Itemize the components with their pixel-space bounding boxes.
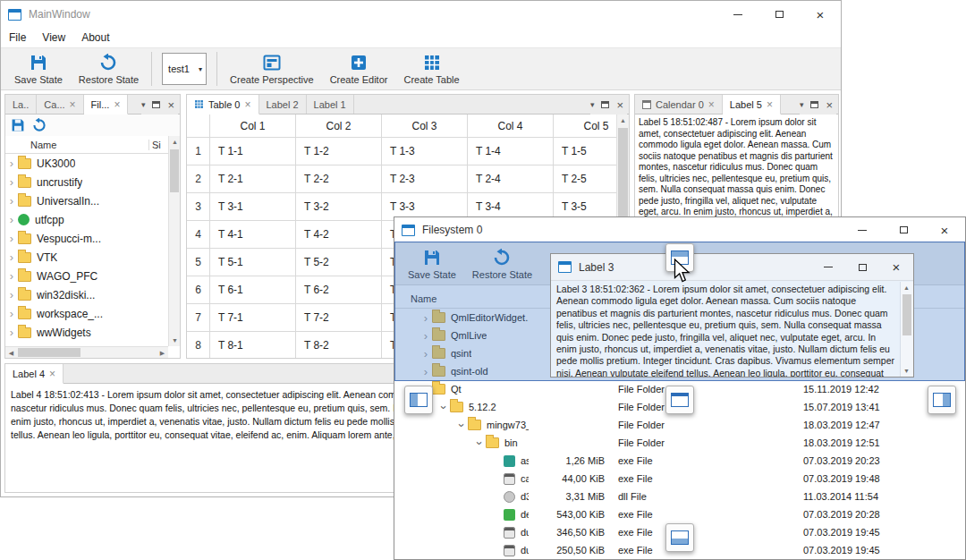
expander-icon[interactable]: › xyxy=(5,195,18,207)
row-header[interactable]: 2 xyxy=(187,165,210,193)
minimize-button[interactable] xyxy=(842,217,883,242)
maximize-button[interactable] xyxy=(758,1,800,28)
expander-icon[interactable]: › xyxy=(438,401,450,413)
scroll-up-icon[interactable]: ▲ xyxy=(617,115,629,126)
expander-icon[interactable]: › xyxy=(5,270,18,282)
minimize-button[interactable] xyxy=(717,1,758,28)
filesystem-titlebar[interactable]: Filesystem 0 × xyxy=(394,217,965,242)
close-dock-icon[interactable]: × xyxy=(826,99,833,111)
close-tab-icon[interactable]: × xyxy=(49,369,55,379)
row-header[interactable]: 4 xyxy=(187,221,210,249)
table-cell[interactable]: T 1-5 xyxy=(554,138,616,165)
tree-item[interactable]: ›win32diski... xyxy=(5,285,168,304)
detach-icon[interactable] xyxy=(601,101,609,108)
filesystem-row[interactable]: ›binFile Folder18.03.2019 12:51 xyxy=(394,434,965,452)
expander-icon[interactable]: › xyxy=(5,327,18,338)
scroll-thumb[interactable] xyxy=(18,348,80,357)
tab-calendar0[interactable]: Calendar 0 × xyxy=(635,95,723,114)
table-column-header[interactable]: Col 2 xyxy=(296,115,382,138)
expander-icon[interactable]: › xyxy=(456,419,468,431)
table-cell[interactable]: T 6-2 xyxy=(296,276,382,304)
close-tab-icon[interactable]: × xyxy=(244,99,250,110)
table-cell[interactable]: T 2-1 xyxy=(210,165,296,193)
vertical-scrollbar[interactable]: ▲ ▼ xyxy=(900,282,913,377)
table-cell[interactable]: T 1-4 xyxy=(468,138,554,165)
tabs-menu-icon[interactable]: ▾ xyxy=(141,100,146,109)
row-header[interactable]: 8 xyxy=(187,332,210,358)
tabs-menu-icon[interactable]: ▾ xyxy=(800,100,804,109)
table-cell[interactable]: T 5-2 xyxy=(296,249,382,276)
close-tab-icon[interactable]: × xyxy=(114,99,120,110)
row-header[interactable]: 7 xyxy=(187,304,210,332)
save-state-button[interactable]: Save State xyxy=(6,49,71,89)
table-cell[interactable]: T 2-5 xyxy=(554,165,616,193)
expander-icon[interactable]: › xyxy=(5,289,18,301)
tree-item[interactable]: ›UK3000 xyxy=(5,154,168,173)
tab-table0[interactable]: Table 0 × xyxy=(187,95,259,115)
tree-item[interactable]: ›UniversalIn... xyxy=(5,191,168,210)
save-icon[interactable] xyxy=(11,118,25,132)
expander-icon[interactable]: › xyxy=(474,437,486,449)
close-tab-icon[interactable]: × xyxy=(767,99,773,110)
expander-icon[interactable]: › xyxy=(5,214,18,225)
table-column-header[interactable]: Col 3 xyxy=(382,115,468,138)
drop-indicator-left[interactable] xyxy=(404,386,433,414)
filesystem-row[interactable]: canbusutil...44,00 KiBexe File07.03.2019… xyxy=(394,470,965,488)
filesystem-row[interactable]: ›mingw73_32File Folder18.03.2019 12:47 xyxy=(394,416,965,434)
table-cell[interactable]: T 6-1 xyxy=(210,276,296,304)
expander-icon[interactable]: › xyxy=(5,251,18,263)
vertical-scrollbar[interactable]: ▲ ▼ xyxy=(168,136,180,346)
table-cell[interactable]: T 7-1 xyxy=(210,304,296,332)
tabs-menu-icon[interactable]: ▾ xyxy=(590,100,595,109)
label3-floating-window[interactable]: Label 3 × Label 3 18:51:02:362 - Lorem i… xyxy=(550,253,914,378)
tree-item[interactable]: ›utfcpp xyxy=(5,210,168,229)
close-button[interactable]: × xyxy=(879,254,913,280)
scroll-down-icon[interactable]: ▼ xyxy=(169,335,181,346)
table-cell[interactable]: T 5-1 xyxy=(210,249,296,276)
drop-indicator-bottom[interactable] xyxy=(665,523,694,552)
tab-calendar[interactable]: Ca... × xyxy=(37,95,83,114)
tree-item[interactable]: ›uncrustify xyxy=(5,173,168,191)
table-cell[interactable]: T 3-2 xyxy=(296,193,382,221)
table-cell[interactable]: T 3-1 xyxy=(210,193,296,221)
menu-about[interactable]: About xyxy=(73,31,117,44)
scroll-thumb[interactable] xyxy=(170,149,179,192)
name-column-header[interactable]: Name xyxy=(30,140,148,150)
create-table-button[interactable]: Create Table xyxy=(395,49,467,89)
perspective-combobox[interactable]: test1 ▾ xyxy=(162,53,207,85)
close-dock-icon[interactable]: × xyxy=(167,99,174,111)
scroll-right-icon[interactable]: ▶ xyxy=(157,347,168,359)
maximize-button[interactable] xyxy=(845,254,879,280)
tab-label1[interactable]: Label 1 xyxy=(307,95,354,114)
scroll-thumb[interactable] xyxy=(902,294,911,335)
table-cell[interactable]: T 8-2 xyxy=(296,332,382,358)
menu-file[interactable]: File xyxy=(1,31,34,44)
table-cell[interactable]: T 2-3 xyxy=(382,165,468,193)
drop-indicator-center[interactable] xyxy=(665,386,694,414)
create-editor-button[interactable]: Create Editor xyxy=(322,49,396,89)
minimize-button[interactable] xyxy=(811,254,845,280)
horizontal-scrollbar[interactable]: ◀ ▶ xyxy=(5,346,168,358)
row-header[interactable]: 6 xyxy=(187,276,210,304)
tree-header[interactable]: Name Si xyxy=(5,136,168,154)
close-tab-icon[interactable]: × xyxy=(70,99,76,110)
menu-view[interactable]: View xyxy=(34,31,73,44)
tree-item[interactable]: ›workspace_... xyxy=(5,304,168,323)
table-cell[interactable]: T 1-2 xyxy=(296,138,382,165)
expander-icon[interactable]: › xyxy=(5,176,18,188)
create-perspective-button[interactable]: Create Perspective xyxy=(222,49,322,89)
table-cell[interactable]: T 4-2 xyxy=(296,221,382,249)
size-column-header[interactable]: Si xyxy=(148,140,168,150)
row-header[interactable]: 5 xyxy=(187,249,210,276)
close-button[interactable]: × xyxy=(924,217,965,242)
detach-icon[interactable] xyxy=(810,101,818,108)
table-cell[interactable]: T 8-1 xyxy=(210,332,296,358)
table-column-header[interactable]: Col 4 xyxy=(468,115,554,138)
expander-icon[interactable]: › xyxy=(5,157,18,169)
drop-indicator-right[interactable] xyxy=(928,386,956,414)
maximize-button[interactable] xyxy=(883,217,924,242)
tree-item[interactable]: ›Vespucci-m... xyxy=(5,229,168,248)
detach-icon[interactable] xyxy=(152,101,160,108)
filesystem-row[interactable]: assistant.exe1,26 MiBexe File07.03.2019 … xyxy=(394,452,965,470)
tree-item[interactable]: ›wwWidgets xyxy=(5,323,168,342)
